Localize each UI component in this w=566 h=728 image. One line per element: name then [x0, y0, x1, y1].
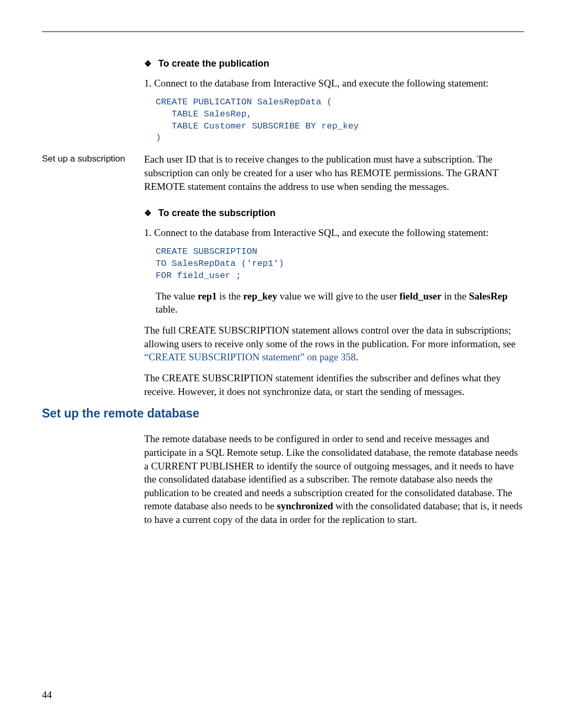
code-create-publication: CREATE PUBLICATION SalesRepData ( TABLE …	[156, 97, 524, 145]
para-value-explain: The value rep1 is the rep_key value we w…	[144, 290, 524, 316]
heading-create-publication: ❖ To create the publication	[144, 58, 524, 69]
code-create-subscription: CREATE SUBSCRIPTION TO SalesRepData ('re…	[156, 246, 524, 282]
para-full-create-sub-1: The full CREATE SUBSCRIPTION statement a…	[144, 324, 524, 364]
bullet-icon: ❖	[144, 208, 151, 218]
heading-text: To create the subscription	[158, 208, 276, 218]
step-1-create-sub: 1. Connect to the database from Interact…	[144, 226, 524, 240]
heading-create-subscription: ❖ To create the subscription	[144, 208, 524, 219]
heading-setup-remote-db: Set up the remote database	[42, 406, 524, 421]
text-bold: rep_key	[243, 291, 277, 302]
text-bold: SalesRep	[469, 291, 508, 302]
text-fragment: The value	[156, 291, 198, 302]
text-fragment: value we will give to the user	[277, 291, 399, 302]
margin-label-subscription: Set up a subscription	[42, 153, 144, 200]
link-create-subscription-ref[interactable]: “CREATE SUBSCRIPTION statement” on page …	[144, 351, 356, 362]
para-subscription-intro: Each user ID that is to receive changes …	[144, 153, 524, 193]
text-fragment: in the	[441, 291, 469, 302]
step-1-create-pub: 1. Connect to the database from Interact…	[144, 77, 524, 90]
text-fragment: The full CREATE SUBSCRIPTION statement a…	[144, 325, 516, 349]
para-remote-db: The remote database needs to be configur…	[144, 432, 524, 526]
bullet-icon: ❖	[144, 59, 151, 69]
text-bold: synchronized	[277, 500, 333, 511]
text-fragment: table.	[156, 304, 178, 315]
para-full-create-sub-2: The CREATE SUBSCRIPTION statement identi…	[144, 371, 524, 398]
text-fragment: .	[356, 351, 358, 362]
header-rule	[42, 31, 524, 32]
text-fragment: is the	[217, 291, 243, 302]
page-number: 44	[42, 689, 52, 701]
text-bold: field_user	[399, 291, 441, 302]
text-bold: rep1	[198, 291, 217, 302]
heading-text: To create the publication	[158, 58, 269, 69]
